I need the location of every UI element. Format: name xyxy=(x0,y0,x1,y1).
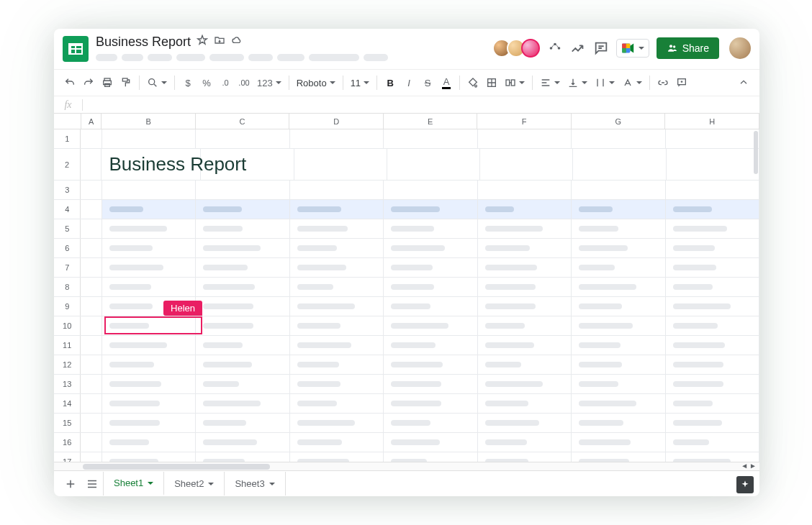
cell[interactable] xyxy=(290,258,384,277)
cell[interactable] xyxy=(196,200,289,219)
cell[interactable] xyxy=(666,219,759,238)
cell[interactable] xyxy=(572,433,665,452)
cell[interactable] xyxy=(572,219,665,238)
cell[interactable] xyxy=(478,258,572,277)
cell[interactable] xyxy=(572,336,665,355)
sheet-tab[interactable]: Sheet1 xyxy=(104,472,164,496)
column-header[interactable]: G xyxy=(572,114,666,129)
text-wrap-button[interactable] xyxy=(592,73,618,92)
activity-icon[interactable] xyxy=(570,40,586,56)
cell[interactable] xyxy=(102,355,196,374)
scroll-right-icon[interactable]: ► xyxy=(749,462,757,470)
row-header[interactable]: 3 xyxy=(54,181,81,199)
row-header[interactable]: 10 xyxy=(54,316,81,335)
cell[interactable] xyxy=(290,414,384,432)
cell[interactable] xyxy=(81,129,102,148)
cell[interactable] xyxy=(666,375,759,393)
row-header[interactable]: 4 xyxy=(54,200,81,219)
add-sheet-button[interactable] xyxy=(60,473,81,495)
cell[interactable] xyxy=(478,414,572,432)
insert-comment-button[interactable] xyxy=(673,73,690,92)
cell[interactable] xyxy=(666,394,759,413)
increase-decimal-button[interactable]: .00 xyxy=(235,73,253,92)
cell[interactable] xyxy=(384,239,477,257)
row-header[interactable]: 11 xyxy=(54,336,81,355)
cell[interactable] xyxy=(102,452,196,462)
cell[interactable] xyxy=(384,414,477,432)
move-icon[interactable] xyxy=(214,35,225,50)
row-header[interactable]: 8 xyxy=(54,278,81,296)
cell[interactable] xyxy=(478,433,572,452)
cell[interactable] xyxy=(102,394,196,413)
comments-icon[interactable] xyxy=(593,40,609,56)
share-button[interactable]: Share xyxy=(657,37,719,59)
cloud-status-icon[interactable] xyxy=(231,35,243,50)
cell[interactable] xyxy=(478,394,572,413)
cell[interactable] xyxy=(478,181,572,199)
cell[interactable] xyxy=(81,239,102,257)
cell[interactable] xyxy=(81,219,102,238)
cell[interactable] xyxy=(666,239,759,257)
cell[interactable] xyxy=(666,258,759,277)
row-header[interactable]: 17 xyxy=(54,452,81,462)
cell[interactable] xyxy=(290,433,384,452)
cell[interactable] xyxy=(81,316,102,335)
chevron-down-icon[interactable] xyxy=(269,483,275,488)
select-all-corner[interactable] xyxy=(54,114,81,129)
row-header[interactable]: 12 xyxy=(54,355,81,374)
insert-link-button[interactable] xyxy=(654,73,672,92)
column-header[interactable]: B xyxy=(102,114,196,129)
cell[interactable] xyxy=(572,316,665,335)
fx-icon[interactable]: fx xyxy=(54,99,83,111)
cell[interactable] xyxy=(290,336,384,355)
row-header[interactable]: 16 xyxy=(54,433,81,452)
cell[interactable] xyxy=(196,452,289,462)
horizontal-align-button[interactable] xyxy=(537,73,563,92)
cell[interactable] xyxy=(666,433,759,452)
cell[interactable] xyxy=(81,181,102,199)
cell[interactable] xyxy=(81,433,102,452)
cell[interactable] xyxy=(384,452,477,462)
merge-cells-button[interactable] xyxy=(502,73,528,92)
cell[interactable] xyxy=(196,239,289,257)
row-header[interactable]: 14 xyxy=(54,394,81,413)
row-header[interactable]: 6 xyxy=(54,239,81,257)
text-color-button[interactable]: A xyxy=(438,73,455,92)
chevron-down-icon[interactable] xyxy=(208,483,214,488)
cell[interactable] xyxy=(81,278,102,296)
cell[interactable] xyxy=(667,149,759,180)
sheet-tab[interactable]: Sheet2 xyxy=(164,472,225,496)
cell[interactable] xyxy=(478,239,572,257)
formula-input[interactable] xyxy=(83,99,759,110)
cell[interactable] xyxy=(81,200,102,219)
row-header[interactable]: 5 xyxy=(54,219,81,238)
cell[interactable] xyxy=(290,375,384,393)
percent-button[interactable]: % xyxy=(198,73,215,92)
cell[interactable] xyxy=(196,258,289,277)
star-icon[interactable] xyxy=(197,35,208,50)
cell[interactable] xyxy=(384,219,477,238)
account-avatar[interactable] xyxy=(729,37,751,59)
undo-button[interactable] xyxy=(61,73,78,92)
cell[interactable] xyxy=(196,181,289,199)
cell[interactable] xyxy=(201,149,294,180)
cell[interactable] xyxy=(290,355,384,374)
cell[interactable] xyxy=(102,414,196,432)
cell[interactable] xyxy=(573,149,666,180)
cell[interactable] xyxy=(196,414,289,432)
spreadsheet-grid[interactable]: ABCDEFGH 12Business Report34567891011121… xyxy=(54,114,759,462)
cell[interactable] xyxy=(572,414,665,432)
cell[interactable] xyxy=(478,129,572,148)
zoom-dropdown[interactable] xyxy=(144,73,170,92)
cell[interactable] xyxy=(196,394,289,413)
cell[interactable] xyxy=(196,355,289,374)
cell[interactable] xyxy=(572,200,665,219)
cell[interactable] xyxy=(196,375,289,393)
vertical-align-button[interactable] xyxy=(564,73,590,92)
cell[interactable] xyxy=(478,219,572,238)
cell[interactable] xyxy=(290,278,384,296)
cell[interactable] xyxy=(102,200,196,219)
cell[interactable] xyxy=(478,200,572,219)
text-rotation-button[interactable] xyxy=(619,73,645,92)
cell[interactable] xyxy=(478,278,572,296)
